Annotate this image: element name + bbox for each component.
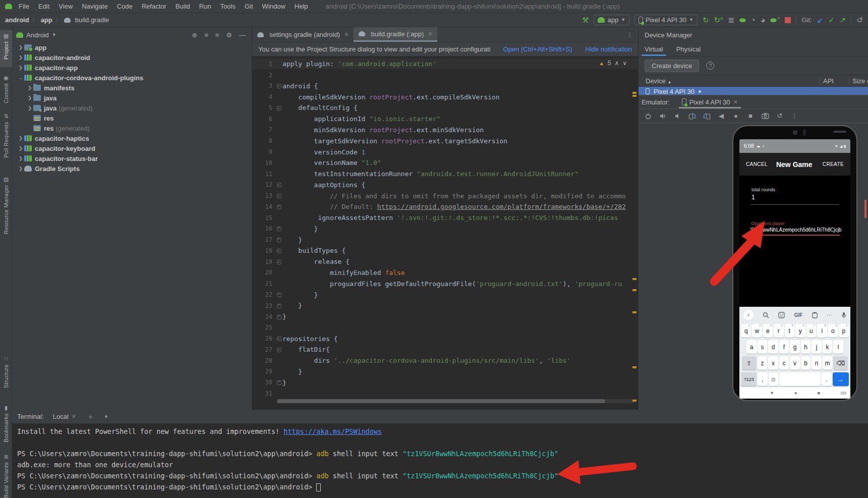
nav-overview-icon[interactable]: ■ (817, 391, 820, 396)
tree-item-res-generated[interactable]: res (generated) (12, 123, 252, 133)
code-line[interactable]: 19− release { (252, 256, 638, 267)
tree-item-capacitor-status-bar[interactable]: ❯capacitor-status-bar (12, 153, 252, 163)
stripe-item-pull-requests[interactable]: ⇅Pull Requests (0, 110, 12, 169)
menu-navigate[interactable]: Navigate (77, 3, 112, 10)
key-y[interactable]: y6 (795, 324, 805, 338)
code-line[interactable]: 8 targetSdkVersion rootProject.ext.targe… (252, 135, 638, 146)
code-line[interactable]: 21 proguardFiles getDefaultProguardFile(… (252, 278, 638, 289)
keyboard-more-icon[interactable]: ⋯ (827, 312, 832, 318)
new-session-plus-icon[interactable]: ＋ (85, 412, 96, 421)
menu-help[interactable]: Help (290, 3, 313, 10)
volume-up-icon[interactable] (657, 111, 668, 121)
code-line[interactable]: 29 } (252, 366, 638, 377)
code-line[interactable]: 7 minSdkVersion rootProject.ext.minSdkVe… (252, 125, 638, 136)
breadcrumb-app[interactable]: app (41, 16, 52, 24)
code-line[interactable]: 14⌃ // Default: https://android.googleso… (252, 201, 638, 212)
code-line[interactable]: 27− flatDir{ (252, 344, 638, 355)
key-h[interactable]: h (801, 340, 811, 354)
close-icon[interactable]: ✕ (72, 413, 76, 420)
code-line[interactable]: 10 versionName "1.0" (252, 157, 638, 169)
create-device-button[interactable]: Create device (645, 60, 699, 72)
help-icon[interactable]: ? (706, 62, 714, 70)
key-f[interactable]: f (779, 340, 789, 354)
breadcrumb-file[interactable]: build.gradle (75, 16, 109, 24)
close-icon[interactable]: ✕ (428, 31, 432, 37)
code-line[interactable]: 13− // Files and dirs to omit from the p… (252, 190, 638, 201)
code-line[interactable]: 9 versionCode 1 (252, 146, 638, 157)
code-line[interactable]: 23⌃ } (252, 300, 638, 311)
key-o[interactable]: o9 (828, 324, 838, 338)
create-button[interactable]: CREATE (823, 161, 844, 167)
tree-item-gradle-scripts[interactable]: ❯Gradle Scripts (12, 163, 252, 174)
git-push-icon[interactable]: ↗ (840, 16, 846, 24)
menu-code[interactable]: Code (112, 3, 137, 10)
terminal-tab-local[interactable]: Local ✕ (50, 413, 79, 420)
emoji-key-icon[interactable]: ☺ (769, 372, 779, 386)
code-line[interactable]: 12− aaptOptions { (252, 179, 638, 190)
tree-item-capacitor-haptics[interactable]: ❯capacitor-haptics (12, 133, 252, 143)
key-c[interactable]: c (779, 356, 789, 370)
history-clock-icon[interactable]: ↺ (856, 16, 863, 24)
period-key[interactable]: . (822, 372, 832, 386)
code-line[interactable]: 28 dirs '../capacitor-cordova-android-pl… (252, 355, 638, 366)
menu-git[interactable]: Git (240, 3, 258, 10)
overview-icon[interactable]: ■ (745, 111, 756, 121)
key-b[interactable]: b (801, 356, 811, 370)
keyboard-sticker-icon[interactable] (778, 312, 785, 318)
tree-item-capacitor-keyboard[interactable]: ❯capacitor-keyboard (12, 143, 252, 153)
code-line[interactable]: 4 compileSdkVersion rootProject.ext.comp… (252, 91, 638, 102)
project-view-selector[interactable]: Android (26, 31, 49, 39)
keyboard-mic-icon[interactable] (841, 312, 846, 318)
code-line[interactable]: 31 (252, 388, 638, 399)
apply-code-changes-icon[interactable]: ≣ (728, 16, 734, 24)
expand-all-icon[interactable]: ≡ (202, 31, 210, 39)
fold-marker[interactable]: − (275, 105, 282, 110)
tree-item-manifests[interactable]: ❯manifests (12, 83, 252, 93)
home-icon[interactable]: ● (730, 111, 741, 121)
terminal-output[interactable]: Install the latest PowerShell for new fe… (17, 426, 864, 492)
power-icon[interactable] (643, 111, 654, 121)
code-line[interactable]: 30⌃} (252, 377, 638, 388)
fold-marker[interactable]: ⌃ (275, 226, 282, 231)
terminal-panel[interactable]: Terminal: Local ✕ ＋ ▼ Install the latest… (12, 410, 868, 498)
tree-item-capacitor-app[interactable]: ❯capacitor-app (12, 63, 252, 73)
keyboard-search-icon[interactable] (763, 312, 769, 318)
volume-down-icon[interactable] (672, 111, 683, 121)
run-button-icon[interactable]: ↻ (703, 16, 709, 24)
back-icon[interactable]: ◀ (716, 111, 727, 121)
hide-panel-icon[interactable]: — (237, 31, 248, 39)
fold-marker[interactable]: − (275, 259, 282, 264)
key-z[interactable]: z (758, 356, 768, 370)
code-line[interactable]: 18− buildTypes { (252, 245, 638, 256)
profiler-gauge-icon[interactable]: ◕ (761, 16, 765, 24)
git-commit-check-icon[interactable]: ✓ (828, 16, 835, 24)
git-update-icon[interactable]: ↙ (817, 16, 824, 24)
fold-marker[interactable]: − (275, 347, 282, 352)
key-w[interactable]: w2 (752, 324, 762, 338)
tab-virtual[interactable]: Virtual (645, 42, 663, 56)
code-line[interactable]: 17⌃ } (252, 234, 638, 245)
key-d[interactable]: d (768, 340, 778, 354)
open-project-structure-link[interactable]: Open (Ctrl+Alt+Shift+S) (503, 45, 572, 53)
key-x[interactable]: x (768, 356, 778, 370)
fold-marker[interactable]: ⌃ (275, 204, 282, 209)
key-u[interactable]: u7 (806, 324, 817, 338)
key-g[interactable]: g (790, 340, 800, 354)
stripe-item-project[interactable]: ▦Project (0, 30, 12, 67)
menu-file[interactable]: File (14, 3, 34, 10)
tab-physical[interactable]: Physical (676, 42, 701, 56)
emulator-tab-pixel4[interactable]: Pixel 4 API 30 ✕ (679, 95, 741, 108)
rotate-right-icon[interactable] (701, 111, 712, 121)
column-size[interactable]: Size on Disk (849, 77, 868, 85)
backspace-key-icon[interactable]: ⌫ (833, 356, 848, 370)
debug-bug-icon[interactable]: ⬬ (739, 16, 746, 24)
key-s[interactable]: s (758, 340, 768, 354)
tree-item-capacitor-cordova-android-plugins[interactable]: ⌄capacitor-cordova-android-plugins (12, 73, 252, 83)
keyboard-gif-button[interactable]: GIF (794, 312, 803, 318)
stripe-item-resource-manager[interactable]: ▨Resource Manager (0, 174, 12, 242)
hide-notification-link[interactable]: Hide notification (586, 45, 632, 53)
tree-item-capacitor-android[interactable]: ❯capacitor-android (12, 52, 252, 63)
key-p[interactable]: p0 (839, 324, 849, 338)
inspection-widget[interactable]: ▲ 5 ∧ ∨ (599, 60, 627, 67)
menu-run[interactable]: Run (195, 3, 216, 10)
